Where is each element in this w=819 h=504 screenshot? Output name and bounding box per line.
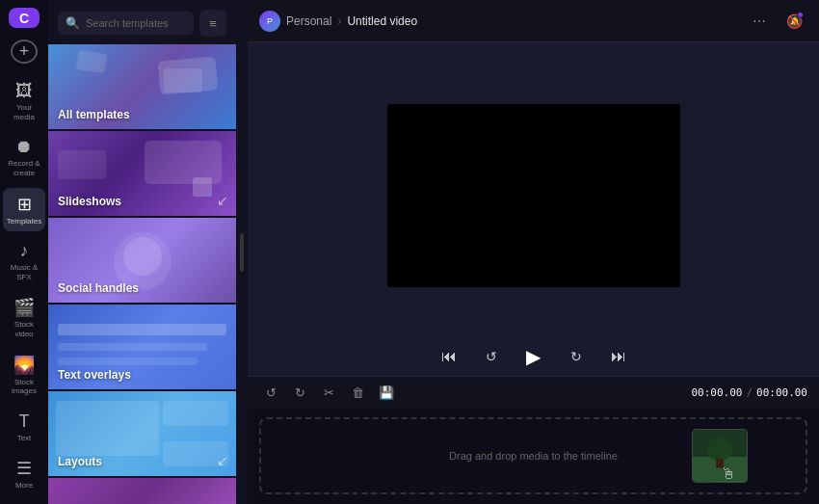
undo-button[interactable]: ↺	[259, 381, 282, 404]
top-bar-actions: ⋯ 🔕	[746, 8, 807, 35]
template-card-bottom[interactable]	[48, 478, 236, 504]
play-icon: ▶	[526, 345, 541, 368]
add-button[interactable]: +	[11, 40, 38, 64]
timeline-toolbar: ↺ ↻ ✂ 🗑 💾 00:00.00 / 00:00.00	[248, 376, 819, 408]
slideshows-label: Slideshows	[58, 195, 121, 208]
sidebar-label-your-media: Your media	[7, 103, 41, 121]
search-input-wrapper[interactable]: 🔍	[58, 12, 194, 35]
play-button[interactable]: ▶	[520, 343, 547, 370]
icon-bar: C + 🖼 Your media ⏺ Record &create ⊞ Temp…	[0, 0, 48, 504]
undo-icon: ↺	[266, 385, 277, 400]
templates-icon: ⊞	[17, 194, 32, 215]
cut-icon: ✂	[324, 385, 334, 400]
text-overlays-label: Text overlays	[58, 368, 131, 382]
sidebar-item-stock-video[interactable]: 🎬 Stock video	[3, 291, 45, 344]
time-current: 00:00.00	[691, 386, 742, 399]
sidebar-item-stock-images[interactable]: 🌄 Stock images	[3, 349, 45, 402]
skip-forward-button[interactable]: ⏭	[605, 343, 632, 370]
sidebar-item-templates[interactable]: ⊞ Templates	[3, 188, 45, 232]
thumbnail-image	[693, 430, 747, 482]
record-icon: ⏺	[15, 137, 33, 157]
sidebar-label-text: Text	[17, 434, 32, 443]
filter-button[interactable]: ≡	[199, 10, 226, 37]
svg-point-2	[706, 438, 732, 461]
search-input[interactable]	[86, 17, 186, 29]
timeline-time: 00:00.00 / 00:00.00	[691, 386, 807, 399]
notification-badge	[797, 12, 804, 18]
sidebar-item-more[interactable]: ☰ More	[3, 452, 45, 496]
timeline-thumbnail[interactable]	[692, 429, 748, 483]
sidebar-label-more: More	[15, 481, 33, 491]
sidebar-label-stock-images: Stock images	[7, 378, 41, 396]
redo-icon: ↻	[295, 385, 305, 400]
sidebar-label-record-create: Record &create	[8, 159, 40, 177]
fast-forward-icon: ↻	[570, 349, 582, 364]
search-icon: 🔍	[66, 16, 80, 30]
video-preview	[387, 104, 680, 287]
save-button[interactable]: 💾	[375, 381, 398, 404]
stock-video-icon: 🎬	[13, 297, 35, 318]
template-card-social-handles[interactable]: Social handles	[48, 218, 236, 303]
search-bar: 🔍 ≡	[48, 0, 236, 44]
top-bar: P Personal › Untitled video ⋯ 🔕	[248, 0, 819, 42]
templates-panel: 🔍 ≡ All templates Slideshows	[48, 0, 236, 504]
playback-controls: ⏮ ↺ ▶ ↻ ⏭	[248, 333, 819, 376]
breadcrumb-separator: ›	[337, 14, 341, 28]
template-card-all-templates[interactable]: All templates	[48, 44, 236, 129]
drop-label: Drag and drop media to the timeline	[449, 450, 618, 462]
template-card-layouts[interactable]: Layouts ↙	[48, 391, 236, 476]
sidebar-label-stock-video: Stock video	[7, 320, 41, 338]
sidebar-item-text[interactable]: T Text	[3, 406, 45, 449]
fast-forward-button[interactable]: ↻	[563, 343, 590, 370]
delete-icon: 🗑	[352, 385, 364, 400]
all-templates-label: All templates	[58, 108, 130, 121]
rewind-icon: ↺	[486, 349, 497, 364]
cut-button[interactable]: ✂	[317, 381, 340, 404]
sidebar-label-templates: Templates	[7, 217, 41, 226]
layouts-label: Layouts	[58, 455, 102, 468]
timeline-drop-zone[interactable]: Drag and drop media to the timeline 🖱	[259, 417, 807, 494]
layouts-arrow-icon: ↙	[217, 453, 228, 468]
template-card-text-overlays[interactable]: Text overlays	[48, 305, 236, 389]
sidebar-label-music-sfx: Music & SFX	[7, 263, 41, 281]
template-card-slideshows[interactable]: Slideshows ↙	[48, 131, 236, 216]
more-dots-icon: ⋯	[753, 13, 766, 29]
card-bg-bottom	[48, 478, 236, 504]
time-total: 00:00.00	[756, 386, 807, 399]
more-icon: ☰	[16, 458, 32, 479]
skip-back-button[interactable]: ⏮	[436, 343, 462, 370]
time-separator: /	[746, 386, 753, 399]
breadcrumb-workspace[interactable]: Personal	[286, 14, 331, 28]
timeline-area: Drag and drop media to the timeline 🖱	[248, 408, 819, 504]
stock-images-icon: 🌄	[13, 355, 35, 376]
sidebar-item-record-create[interactable]: ⏺ Record &create	[3, 131, 45, 183]
app-logo: C	[9, 8, 40, 28]
delete-button[interactable]: 🗑	[346, 381, 369, 404]
breadcrumb-project[interactable]: Untitled video	[347, 14, 417, 28]
slideshows-arrow-icon: ↙	[217, 193, 228, 208]
sidebar-item-your-media[interactable]: 🖼 Your media	[3, 75, 45, 127]
cursor-icon: 🖱	[721, 465, 736, 483]
video-area	[248, 42, 819, 333]
redo-button[interactable]: ↻	[288, 381, 311, 404]
text-icon: T	[19, 411, 30, 432]
main-area: P Personal › Untitled video ⋯ 🔕 ⏮ ↺ ▶	[248, 0, 819, 504]
social-handles-label: Social handles	[58, 281, 139, 295]
more-options-button[interactable]: ⋯	[746, 8, 773, 35]
notifications-button[interactable]: 🔕	[780, 8, 807, 35]
rewind-button[interactable]: ↺	[478, 343, 505, 370]
breadcrumb: P Personal › Untitled video	[259, 11, 417, 32]
templates-list: All templates Slideshows ↙ Social handle…	[48, 44, 236, 504]
workspace-avatar: P	[259, 11, 280, 32]
music-icon: ♪	[20, 241, 29, 261]
collapse-handle[interactable]	[236, 0, 248, 504]
skip-back-icon: ⏮	[441, 348, 457, 365]
save-icon: 💾	[379, 385, 394, 400]
sidebar-item-music-sfx[interactable]: ♪ Music & SFX	[3, 235, 45, 287]
skip-forward-icon: ⏭	[611, 348, 626, 365]
collapse-handle-inner	[240, 233, 244, 272]
filter-icon: ≡	[209, 16, 217, 31]
media-icon: 🖼	[15, 81, 33, 101]
